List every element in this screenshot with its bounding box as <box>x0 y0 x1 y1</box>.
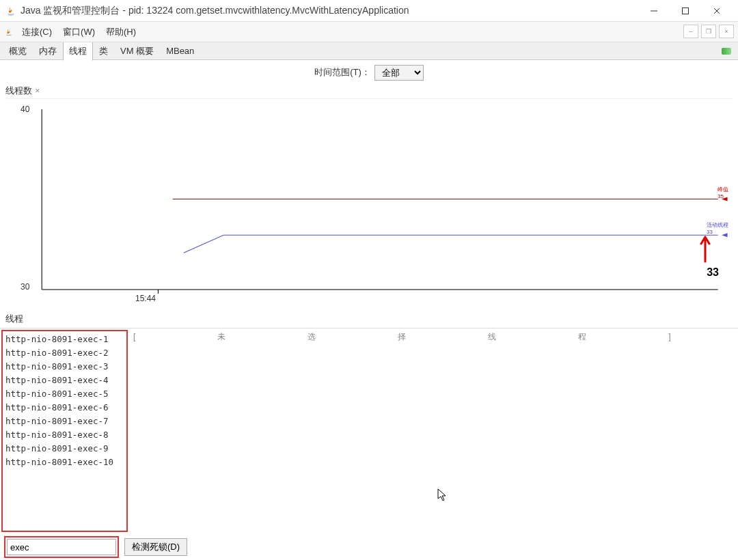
connection-status-icon <box>722 48 731 55</box>
java-icon <box>5 5 16 16</box>
maximize-button[interactable] <box>670 1 701 21</box>
x-axis-tick: 15:44 <box>135 294 156 303</box>
legend-live: 活动线程 33 <box>707 222 728 235</box>
thread-list-item[interactable]: http-nio-8091-exec-3 <box>5 360 124 374</box>
mdi-close-button[interactable]: × <box>719 25 734 38</box>
thread-list-item[interactable]: http-nio-8091-exec-6 <box>5 401 124 415</box>
chart-section: 线程数 ✕ 40 30 15:44 峰值 35 活动线程 33 <box>0 85 738 310</box>
thread-filter-input[interactable] <box>7 539 116 555</box>
annotation-arrow-icon <box>698 236 712 265</box>
legend-peak: 峰值 35 <box>718 186 728 199</box>
thread-list-item[interactable]: http-nio-8091-exec-2 <box>5 346 124 360</box>
thread-list-item[interactable]: http-nio-8091-exec-8 <box>5 428 124 442</box>
mdi-window-controls: – ❐ × <box>683 25 734 38</box>
menubar: 连接(C) 窗口(W) 帮助(H) – ❐ × <box>0 22 738 42</box>
mdi-restore-button[interactable]: ❐ <box>701 25 716 38</box>
thread-detail-panel: [未选择线程] <box>128 328 738 533</box>
detect-deadlock-button[interactable]: 检测死锁(D) <box>124 538 187 556</box>
tab-mbean[interactable]: MBean <box>160 42 200 59</box>
threads-section-title: 线程 <box>0 310 738 328</box>
window-titlebar: Java 监视和管理控制台 - pid: 13224 com.getset.mv… <box>0 0 738 22</box>
minimize-button[interactable] <box>638 1 670 21</box>
annotation-value: 33 <box>707 266 719 279</box>
threads-body: http-nio-8091-exec-1http-nio-8091-exec-2… <box>0 328 738 533</box>
tab-bar: 概览 内存 线程 类 VM 概要 MBean <box>0 42 738 60</box>
tab-overview[interactable]: 概览 <box>3 42 33 61</box>
close-button[interactable] <box>701 1 733 21</box>
thread-count-chart[interactable]: 40 30 15:44 峰值 35 活动线程 33 33 <box>5 98 733 310</box>
y-axis-tick-top: 40 <box>20 104 29 114</box>
thread-list-item[interactable]: http-nio-8091-exec-4 <box>5 374 124 387</box>
tab-threads[interactable]: 线程 <box>63 42 93 61</box>
thread-list[interactable]: http-nio-8091-exec-1http-nio-8091-exec-2… <box>1 330 128 532</box>
bottom-bar: 检测死锁(D) <box>0 533 738 560</box>
thread-list-item[interactable]: http-nio-8091-exec-7 <box>5 415 124 428</box>
menu-connect[interactable]: 连接(C) <box>16 23 57 41</box>
chart-title: 线程数 <box>5 85 32 97</box>
chart-controls: 时间范围(T)： 全部 <box>0 60 738 85</box>
tab-classes[interactable]: 类 <box>93 42 114 61</box>
thread-list-item[interactable]: http-nio-8091-exec-9 <box>5 442 124 456</box>
svg-rect-1 <box>683 8 689 14</box>
java-icon <box>4 27 14 37</box>
mdi-minimize-button[interactable]: – <box>683 25 698 38</box>
thread-list-item[interactable]: http-nio-8091-exec-5 <box>5 387 124 401</box>
tab-memory[interactable]: 内存 <box>33 42 63 61</box>
thread-list-item[interactable]: http-nio-8091-exec-1 <box>5 333 124 346</box>
thread-list-item[interactable]: http-nio-8091-exec-10 <box>5 456 124 469</box>
tab-vm-summary[interactable]: VM 概要 <box>114 42 160 61</box>
window-title: Java 监视和管理控制台 - pid: 13224 com.getset.mv… <box>20 5 638 17</box>
chart-collapse-icon[interactable]: ✕ <box>35 87 40 94</box>
time-range-select[interactable]: 全部 <box>374 65 424 81</box>
menu-window[interactable]: 窗口(W) <box>57 23 100 41</box>
menu-help[interactable]: 帮助(H) <box>100 23 141 41</box>
y-axis-tick-bottom: 30 <box>20 282 29 292</box>
time-range-label: 时间范围(T)： <box>314 66 370 79</box>
